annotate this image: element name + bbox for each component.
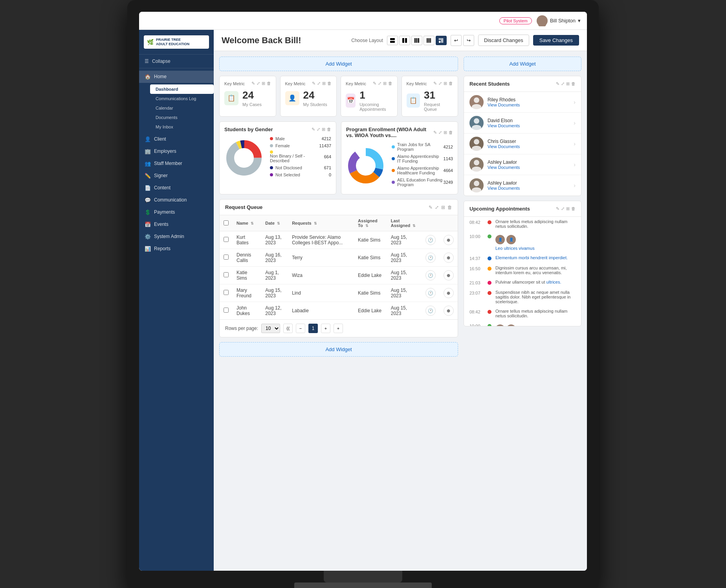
metric-delete-icon-1[interactable]: 🗑	[327, 81, 332, 86]
student-item-3[interactable]: Ashley Lawlor View Documents ›	[464, 154, 581, 175]
metric-expand-icon-1[interactable]: ⤢	[317, 81, 321, 86]
student-link-3[interactable]: View Documents	[488, 165, 574, 170]
action-btn-clock-1[interactable]: 🕐	[425, 253, 436, 263]
student-item-0[interactable]: Riley Rhodes View Documents ›	[464, 92, 581, 113]
appt-edit-icon[interactable]: ✎	[556, 206, 559, 211]
metric-delete-icon-2[interactable]: 🗑	[388, 81, 392, 86]
gender-grid-icon[interactable]: ⊞	[322, 127, 325, 132]
sidebar-item-payments[interactable]: 💲 Payments	[139, 206, 214, 218]
user-menu[interactable]: Bill Shipton ▾	[537, 15, 581, 26]
recent-edit-icon[interactable]: ✎	[556, 81, 559, 86]
row-date-4: Aug 12, 2023	[261, 302, 288, 320]
student-item-2[interactable]: Chris Glasser View Documents ›	[464, 134, 581, 154]
action-btn-plus-1[interactable]: ⊕	[444, 253, 454, 263]
metric-expand-icon-2[interactable]: ⤢	[378, 81, 381, 86]
row-checkbox-4[interactable]	[224, 308, 229, 313]
row-checkbox-1[interactable]	[224, 255, 229, 260]
sidebar-item-system-admin[interactable]: ⚙️ System Admin	[139, 231, 214, 243]
enroll-delete-icon[interactable]: 🗑	[449, 130, 453, 135]
metric-edit-icon[interactable]: ✎	[251, 81, 255, 86]
undo-button[interactable]: ↩	[451, 35, 462, 46]
gender-edit-icon[interactable]: ✎	[312, 127, 315, 132]
action-btn-plus-2[interactable]: ⊕	[444, 270, 454, 280]
gender-expand-icon[interactable]: ⤢	[317, 127, 320, 132]
sidebar-item-signer[interactable]: ✏️ Signer	[139, 170, 214, 182]
sidebar-item-client[interactable]: 👤 Client	[139, 133, 214, 145]
discard-changes-button[interactable]: Discard Changes	[478, 35, 529, 46]
sidebar-item-events[interactable]: 📅 Events	[139, 218, 214, 231]
layout-btn-3[interactable]	[411, 36, 422, 45]
layout-btn-1[interactable]	[387, 36, 398, 45]
add-widget-top[interactable]: Add Widget	[219, 57, 458, 71]
enroll-expand-icon[interactable]: ⤢	[438, 130, 442, 135]
appointments-title: Upcoming Appointments	[469, 206, 530, 212]
layout-btn-4[interactable]	[424, 36, 434, 45]
page-next-btn[interactable]: +	[321, 324, 330, 333]
page-more-btn[interactable]: +	[334, 324, 343, 333]
sidebar-item-communication[interactable]: 💬 Communication	[139, 194, 214, 206]
student-item-1[interactable]: David Elson View Documents ›	[464, 113, 581, 134]
student-link-0[interactable]: View Documents	[488, 103, 574, 107]
metric-expand-icon[interactable]: ⤢	[257, 81, 260, 86]
sidebar-item-reports[interactable]: 📊 Reports	[139, 243, 214, 255]
table-grid-icon[interactable]: ⊞	[441, 205, 445, 210]
student-item-4[interactable]: Ashley Lawlor View Documents ›	[464, 175, 581, 196]
page-prev-btn[interactable]: −	[296, 324, 305, 333]
table-expand-icon[interactable]: ⤢	[435, 205, 439, 210]
metric-edit-icon-1[interactable]: ✎	[312, 81, 315, 86]
layout-btn-5[interactable]	[436, 36, 447, 45]
action-btn-plus-4[interactable]: ⊕	[444, 306, 454, 316]
table-delete-icon[interactable]: 🗑	[447, 205, 452, 210]
metric-expand-icon-3[interactable]: ⤢	[438, 81, 442, 86]
action-btn-clock-2[interactable]: 🕐	[425, 270, 436, 280]
sidebar-item-employers[interactable]: 🏢 Employers	[139, 145, 214, 158]
student-link-2[interactable]: View Documents	[488, 144, 574, 149]
sidebar-item-content[interactable]: 📄 Content	[139, 182, 214, 194]
gender-delete-icon[interactable]: 🗑	[327, 127, 331, 132]
sidebar-item-inbox[interactable]: My Inbox	[150, 122, 214, 132]
action-btn-clock-4[interactable]: 🕐	[425, 306, 436, 316]
redo-button[interactable]: ↪	[463, 35, 474, 46]
appt-grid-icon[interactable]: ⊞	[566, 206, 570, 211]
gender-donut-container: Male 4212 Female 11437 Non B	[224, 136, 331, 180]
metric-delete-icon-3[interactable]: 🗑	[449, 81, 453, 86]
metric-delete-icon[interactable]: 🗑	[267, 81, 271, 86]
save-changes-button[interactable]: Save Changes	[533, 35, 579, 46]
sidebar-item-staff[interactable]: 👥 Staff Member	[139, 158, 214, 170]
page-first-btn[interactable]: ⟨⟨	[283, 324, 293, 333]
metric-grid-icon-1[interactable]: ⊞	[322, 81, 326, 86]
action-btn-clock-3[interactable]: 🕐	[425, 288, 436, 298]
add-widget-right[interactable]: Add Widget	[464, 57, 581, 71]
row-checkbox-3[interactable]	[224, 290, 229, 295]
sidebar-item-home[interactable]: 🏠 Home	[139, 71, 214, 83]
recent-grid-icon[interactable]: ⊞	[566, 81, 570, 86]
sidebar-item-comms-log[interactable]: Communications Log	[150, 94, 214, 103]
metric-grid-icon-2[interactable]: ⊞	[383, 81, 387, 86]
student-link-4[interactable]: View Documents	[488, 186, 574, 191]
sidebar-item-calendar[interactable]: Calendar	[150, 103, 214, 113]
metric-edit-icon-2[interactable]: ✎	[373, 81, 376, 86]
enroll-edit-icon[interactable]: ✎	[433, 130, 437, 135]
appt-expand-icon[interactable]: ⤢	[561, 206, 565, 211]
table-edit-icon[interactable]: ✎	[429, 205, 433, 210]
appt-delete-icon[interactable]: 🗑	[571, 206, 576, 211]
recent-delete-icon[interactable]: 🗑	[571, 81, 576, 86]
metric-grid-icon[interactable]: ⊞	[262, 81, 265, 86]
sidebar-item-documents[interactable]: Documents	[150, 113, 214, 122]
student-link-1[interactable]: View Documents	[488, 123, 574, 128]
metric-grid-icon-3[interactable]: ⊞	[444, 81, 447, 86]
recent-expand-icon[interactable]: ⤢	[561, 81, 565, 86]
collapse-button[interactable]: ☰ Collapse	[139, 55, 214, 68]
action-btn-plus-0[interactable]: ⊕	[444, 235, 454, 245]
metric-edit-icon-3[interactable]: ✎	[433, 81, 437, 86]
add-widget-bottom[interactable]: Add Widget	[219, 342, 458, 357]
action-btn-plus-3[interactable]: ⊕	[444, 288, 454, 298]
select-all-checkbox[interactable]	[224, 220, 229, 225]
action-btn-clock-0[interactable]: 🕐	[425, 235, 436, 245]
row-checkbox-2[interactable]	[224, 272, 229, 277]
row-checkbox-0[interactable]	[224, 237, 229, 242]
layout-btn-2[interactable]	[399, 36, 410, 45]
sidebar-item-dashboard[interactable]: Dashboard	[150, 84, 214, 94]
enroll-grid-icon[interactable]: ⊞	[444, 130, 447, 135]
rows-per-page-select[interactable]: 10 25 50	[261, 324, 280, 333]
